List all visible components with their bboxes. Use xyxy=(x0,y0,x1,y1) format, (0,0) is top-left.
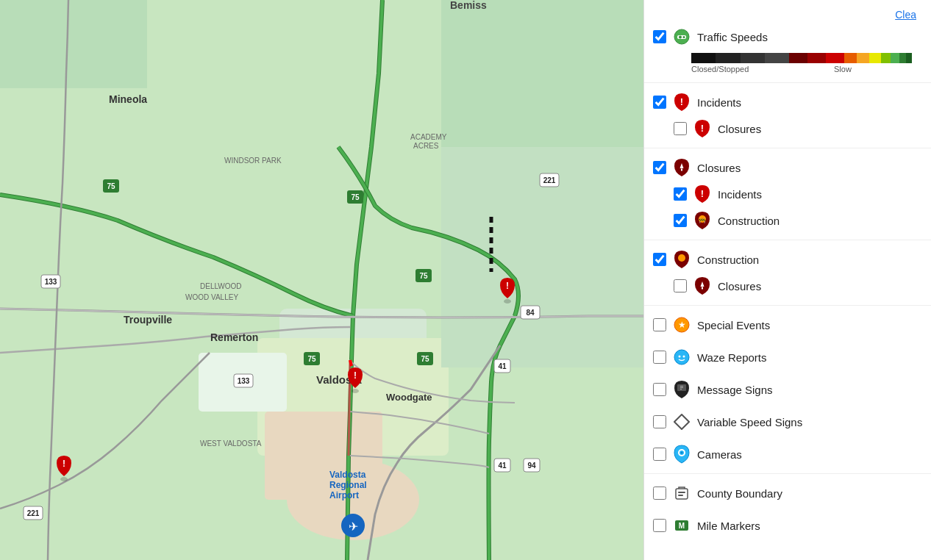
layer-row-construction-sub: 🚧 Construction xyxy=(653,207,922,234)
checkbox-construction-sub[interactable] xyxy=(674,214,687,227)
svg-point-56 xyxy=(60,477,68,481)
svg-text:133: 133 xyxy=(45,278,57,286)
variable-speed-label: Variable Speed Signs xyxy=(697,416,802,428)
layer-row-construction-main: Construction xyxy=(653,246,922,273)
county-label: County Boundary xyxy=(697,487,782,500)
svg-text:!: ! xyxy=(63,459,65,469)
closures-sub1-icon: ! xyxy=(693,119,712,138)
svg-text:Airport: Airport xyxy=(329,490,359,500)
clear-button[interactable]: Clea xyxy=(643,9,925,21)
svg-rect-4 xyxy=(0,0,147,88)
svg-rect-5 xyxy=(441,0,643,147)
layer-row-cameras: Cameras xyxy=(653,441,922,467)
svg-rect-74 xyxy=(702,287,703,290)
traffic-speeds-label: Traffic Speeds xyxy=(697,31,768,43)
svg-point-50 xyxy=(504,299,511,304)
checkbox-waze[interactable] xyxy=(653,351,666,364)
layer-section-closures: Closures ! Incidents xyxy=(644,151,931,237)
map-container[interactable]: Bemiss Mineola WINDSOR PARK ACADEMY ACRE… xyxy=(0,0,643,560)
svg-text:84: 84 xyxy=(526,309,535,317)
incidents-sub-icon: ! xyxy=(693,184,712,204)
svg-text:41: 41 xyxy=(498,362,507,370)
checkbox-closures-sub1[interactable] xyxy=(674,122,687,135)
cameras-icon xyxy=(672,445,691,464)
layer-row-variable-speed: Variable Speed Signs xyxy=(653,409,922,435)
cameras-label: Cameras xyxy=(697,448,742,461)
checkbox-incidents[interactable] xyxy=(653,96,666,109)
checkbox-incidents-sub[interactable] xyxy=(674,187,687,201)
svg-text:Woodgate: Woodgate xyxy=(386,392,432,403)
special-events-icon: ★ xyxy=(672,315,691,334)
construction-sub-label: Construction xyxy=(718,215,780,227)
svg-rect-89 xyxy=(678,492,685,493)
layer-section-variable-speed: Variable Speed Signs xyxy=(644,406,931,438)
speed-labels: Closed/Stopped Slow Fast xyxy=(691,65,931,73)
closures-sub2-icon xyxy=(693,276,712,295)
checkbox-closures-sub2[interactable] xyxy=(674,279,687,292)
svg-text:41: 41 xyxy=(498,462,507,470)
sidebar: Clea Traffic Speeds xyxy=(643,0,931,560)
layer-row-incidents-sub: ! Incidents xyxy=(653,181,922,207)
special-events-label: Special Events xyxy=(697,319,770,331)
closures-main-icon xyxy=(672,158,691,177)
svg-text:!: ! xyxy=(680,96,683,107)
svg-point-72 xyxy=(678,254,685,262)
checkbox-construction-main[interactable] xyxy=(653,253,666,266)
checkbox-county[interactable] xyxy=(653,487,666,500)
svg-text:Mineola: Mineola xyxy=(109,93,147,105)
svg-text:WINDSOR PARK: WINDSOR PARK xyxy=(224,157,282,165)
svg-text:!: ! xyxy=(701,188,704,199)
construction-main-label: Construction xyxy=(697,254,759,266)
svg-text:75: 75 xyxy=(307,355,316,363)
message-signs-icon xyxy=(672,380,691,399)
svg-text:★: ★ xyxy=(678,320,686,330)
svg-point-79 xyxy=(683,356,685,358)
checkbox-special-events[interactable] xyxy=(653,318,666,331)
svg-text:WEST VALDOSTA: WEST VALDOSTA xyxy=(200,439,262,448)
checkbox-variable-speed[interactable] xyxy=(653,415,666,428)
checkbox-message-signs[interactable] xyxy=(653,383,666,396)
checkbox-traffic-speeds[interactable] xyxy=(653,30,666,43)
layer-row-traffic-speeds: Traffic Speeds xyxy=(653,24,922,50)
waze-label: Waze Reports xyxy=(697,351,766,364)
closures-main-label: Closures xyxy=(697,162,741,174)
svg-text:ACRES: ACRES xyxy=(413,142,439,150)
checkbox-mile-markers[interactable] xyxy=(653,519,666,532)
layer-row-special-events: ★ Special Events xyxy=(653,312,922,338)
svg-text:!: ! xyxy=(506,281,509,291)
svg-text:133: 133 xyxy=(238,377,250,385)
layer-row-closures-main: Closures xyxy=(653,154,922,181)
svg-text:ACADEMY: ACADEMY xyxy=(410,133,447,141)
incidents-label: Incidents xyxy=(697,96,741,109)
layer-row-closures-sub1: ! Closures xyxy=(653,115,922,142)
svg-text:75: 75 xyxy=(421,355,429,363)
svg-marker-84 xyxy=(674,414,689,429)
closures-sub2-label: Closures xyxy=(718,280,761,292)
svg-text:WOOD VALLEY: WOOD VALLEY xyxy=(185,293,238,301)
incidents-sub-label: Incidents xyxy=(718,188,762,201)
layer-section-special-events: ★ Special Events xyxy=(644,309,931,341)
layer-row-county: County Boundary xyxy=(653,480,922,506)
svg-text:✈: ✈ xyxy=(349,520,358,533)
slow-label: Slow xyxy=(834,65,852,73)
layer-section-mile-markers: M Mile Markers xyxy=(644,509,931,542)
layer-section-county: County Boundary xyxy=(644,477,931,509)
layer-row-closures-sub2: Closures xyxy=(653,273,922,299)
svg-text:75: 75 xyxy=(107,182,115,190)
svg-text:221: 221 xyxy=(543,176,556,184)
layer-section-traffic: Traffic Speeds xyxy=(644,21,931,79)
layer-section-incidents: ! Incidents ! Closures xyxy=(644,86,931,145)
checkbox-closures-main[interactable] xyxy=(653,161,666,174)
incidents-icon: ! xyxy=(672,93,691,112)
svg-text:Troupville: Troupville xyxy=(124,314,172,326)
traffic-speeds-icon xyxy=(672,27,691,46)
layer-row-mile-markers: M Mile Markers xyxy=(653,512,922,539)
checkbox-cameras[interactable] xyxy=(653,448,666,461)
svg-text:75: 75 xyxy=(419,272,428,280)
svg-point-53 xyxy=(352,389,359,393)
svg-rect-88 xyxy=(676,489,688,499)
svg-text:94: 94 xyxy=(527,462,536,470)
svg-text:!: ! xyxy=(354,370,357,381)
svg-point-77 xyxy=(674,350,689,365)
svg-point-63 xyxy=(679,36,682,39)
